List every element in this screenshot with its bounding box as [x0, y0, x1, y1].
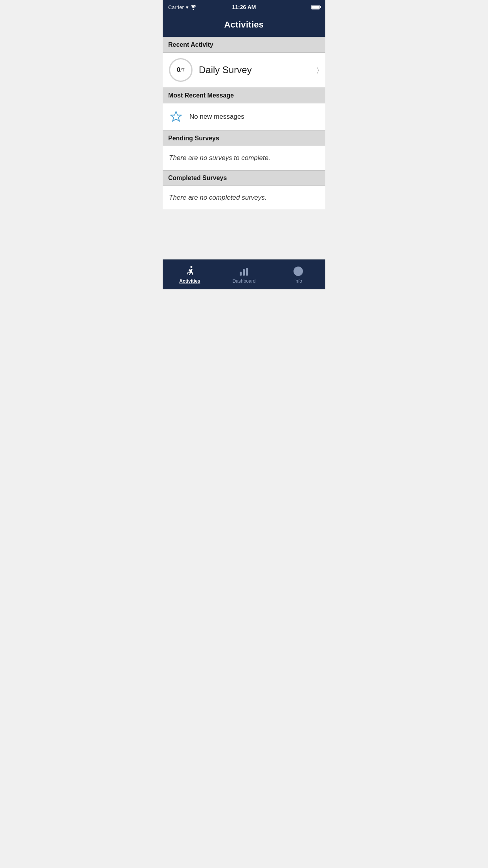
completed-surveys-label: Completed Surveys: [168, 175, 227, 181]
tab-info-label: Info: [294, 278, 302, 284]
recent-activity-label: Recent Activity: [168, 41, 213, 48]
svg-text:i: i: [297, 268, 299, 274]
most-recent-message-section-header: Most Recent Message: [163, 88, 325, 103]
status-bar-time: 11:26 AM: [232, 4, 256, 10]
main-content: Recent Activity 0/7 Daily Survey 〉 Most …: [163, 37, 325, 259]
most-recent-message-label: Most Recent Message: [168, 92, 234, 99]
daily-survey-label: Daily Survey: [199, 64, 317, 75]
svg-rect-4: [246, 268, 248, 276]
progress-denominator: /7: [180, 67, 185, 73]
status-bar-right: [311, 5, 320, 9]
tab-activities[interactable]: Activities: [163, 260, 217, 289]
wifi-icon: ▾︎: [186, 4, 196, 10]
star-icon: [169, 110, 183, 124]
tab-dashboard[interactable]: Dashboard: [217, 260, 271, 289]
completed-surveys-empty: There are no completed surveys.: [163, 186, 325, 210]
svg-rect-2: [240, 272, 242, 276]
page-header: Activities: [163, 14, 325, 37]
pending-surveys-empty: There are no surveys to complete.: [163, 146, 325, 170]
pending-surveys-empty-text: There are no surveys to complete.: [169, 154, 270, 162]
status-bar-left: Carrier ▾︎: [168, 4, 196, 10]
svg-rect-3: [243, 269, 245, 276]
page-title: Activities: [224, 20, 264, 29]
pending-surveys-label: Pending Surveys: [168, 135, 219, 142]
svg-marker-0: [171, 111, 182, 121]
tab-bar: Activities Dashboard i Info: [163, 259, 325, 289]
running-icon: [184, 266, 195, 277]
tab-activities-label: Activities: [179, 278, 200, 284]
chevron-right-icon: 〉: [317, 66, 319, 74]
progress-circle: 0/7: [169, 58, 193, 82]
pending-surveys-section-header: Pending Surveys: [163, 131, 325, 146]
recent-activity-section-header: Recent Activity: [163, 37, 325, 53]
daily-survey-row[interactable]: 0/7 Daily Survey 〉: [163, 53, 325, 88]
dashboard-icon: [238, 266, 250, 277]
status-bar: Carrier ▾︎ 11:26 AM: [163, 0, 325, 14]
tab-dashboard-label: Dashboard: [233, 278, 256, 284]
info-icon: i: [293, 266, 304, 277]
no-messages-text: No new messages: [189, 113, 244, 121]
messages-row: No new messages: [163, 103, 325, 131]
carrier-label: Carrier: [168, 4, 184, 10]
completed-surveys-section-header: Completed Surveys: [163, 170, 325, 186]
completed-surveys-empty-text: There are no completed surveys.: [169, 194, 267, 201]
svg-point-1: [191, 266, 193, 268]
battery-icon: [311, 5, 320, 9]
progress-current: 0/7: [177, 66, 185, 74]
tab-info[interactable]: i Info: [271, 260, 325, 289]
